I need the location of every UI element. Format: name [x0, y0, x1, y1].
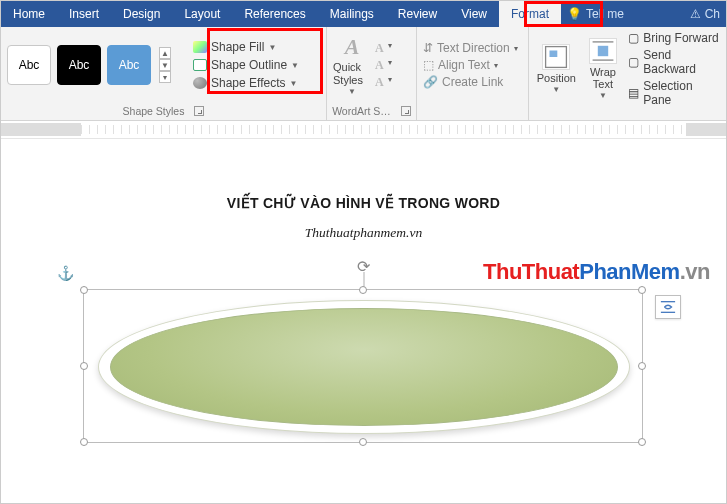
wrap-text-icon: [589, 38, 617, 64]
ribbon-tab-bar: Home Insert Design Layout References Mai…: [1, 1, 726, 27]
gallery-more-icon[interactable]: ▾: [159, 71, 171, 83]
shape-style-swatch-2[interactable]: Abc: [57, 45, 101, 85]
text-fill-button[interactable]: A▾: [375, 41, 392, 56]
shape-style-swatch-1[interactable]: Abc: [7, 45, 51, 85]
effects-icon: [193, 77, 207, 89]
position-icon: [542, 44, 570, 70]
anchor-icon: ⚓: [57, 265, 74, 281]
resize-handle-s[interactable]: [359, 438, 367, 446]
wordart-a-icon: A: [345, 34, 360, 60]
svg-rect-1: [550, 50, 558, 57]
page-subtitle: Thuthuatphanmem.vn: [1, 225, 726, 241]
link-icon: 🔗: [423, 75, 438, 89]
align-text-button[interactable]: ⬚ Align Text▾: [423, 58, 518, 72]
resize-handle-nw[interactable]: [80, 286, 88, 294]
selection-pane-icon: ▤: [628, 86, 639, 100]
text-direction-icon: ⇵: [423, 41, 433, 55]
shape-selection-box[interactable]: [83, 289, 643, 443]
ribbon: Abc Abc Abc ▲ ▼ ▾ Shape Fill ▼ Shape: [1, 27, 726, 121]
tab-mailings[interactable]: Mailings: [318, 1, 386, 27]
ellipse-shape-inner[interactable]: [110, 308, 618, 426]
annotation-format-tab-highlight: [524, 1, 603, 27]
bring-forward-button[interactable]: ▢ Bring Forward: [628, 31, 720, 45]
shape-style-swatch-3[interactable]: Abc: [107, 45, 151, 85]
tab-insert[interactable]: Insert: [57, 1, 111, 27]
gallery-up-icon[interactable]: ▲: [159, 47, 171, 59]
gallery-down-icon[interactable]: ▼: [159, 59, 171, 71]
group-label-wordart: WordArt S…: [332, 105, 391, 117]
pencil-outline-icon: [193, 59, 207, 71]
send-backward-button[interactable]: ▢ Send Backward: [628, 48, 720, 76]
selection-pane-button[interactable]: ▤ Selection Pane: [628, 79, 720, 107]
text-outline-button[interactable]: A▾: [375, 58, 392, 73]
group-text: ⇵ Text Direction▾ ⬚ Align Text▾ 🔗 Create…: [417, 27, 529, 120]
tab-design[interactable]: Design: [111, 1, 172, 27]
chevron-down-icon: ▼: [348, 87, 356, 96]
dialog-launcher-shape-styles[interactable]: [194, 106, 204, 116]
document-canvas[interactable]: VIẾT CHỮ VÀO HÌNH VẼ TRONG WORD Thuthuat…: [1, 139, 726, 504]
wrap-text-button[interactable]: Wrap Text▼: [582, 38, 625, 101]
resize-handle-e[interactable]: [638, 362, 646, 370]
svg-rect-2: [598, 45, 608, 55]
quick-styles-button[interactable]: A Quick Styles ▼: [333, 34, 371, 95]
horizontal-ruler[interactable]: [1, 121, 726, 139]
bring-forward-icon: ▢: [628, 31, 639, 45]
layout-options-button[interactable]: [655, 295, 681, 319]
resize-handle-w[interactable]: [80, 362, 88, 370]
dialog-launcher-wordart[interactable]: [401, 106, 411, 116]
page-title: VIẾT CHỮ VÀO HÌNH VẼ TRONG WORD: [1, 139, 726, 211]
chrome-right-warning: ⚠ Ch: [684, 1, 726, 27]
tab-review[interactable]: Review: [386, 1, 449, 27]
layout-options-icon: [659, 299, 677, 315]
resize-handle-sw[interactable]: [80, 438, 88, 446]
resize-handle-n[interactable]: [359, 286, 367, 294]
align-text-icon: ⬚: [423, 58, 434, 72]
annotation-shape-commands-highlight: [207, 28, 323, 94]
group-label-shape-styles: Shape Styles: [123, 105, 185, 117]
text-direction-button[interactable]: ⇵ Text Direction▾: [423, 41, 518, 55]
resize-handle-se[interactable]: [638, 438, 646, 446]
create-link-button[interactable]: 🔗 Create Link: [423, 75, 518, 89]
tab-view[interactable]: View: [449, 1, 499, 27]
send-backward-icon: ▢: [628, 55, 639, 69]
shape-style-gallery[interactable]: Abc Abc Abc ▲ ▼ ▾: [7, 45, 171, 85]
group-wordart-styles: A Quick Styles ▼ A▾ A▾ A▾ WordArt S…: [327, 27, 417, 120]
gallery-scroll[interactable]: ▲ ▼ ▾: [159, 47, 171, 83]
paint-bucket-icon: [193, 41, 207, 53]
tab-home[interactable]: Home: [1, 1, 57, 27]
warning-icon: ⚠: [690, 7, 701, 21]
group-arrange: Position▼ Wrap Text▼ ▢ Bring Forward ▢ S…: [529, 27, 726, 120]
tab-references[interactable]: References: [232, 1, 317, 27]
tab-layout[interactable]: Layout: [172, 1, 232, 27]
text-effects-button[interactable]: A▾: [375, 75, 392, 90]
position-button[interactable]: Position▼: [535, 44, 578, 95]
resize-handle-ne[interactable]: [638, 286, 646, 294]
